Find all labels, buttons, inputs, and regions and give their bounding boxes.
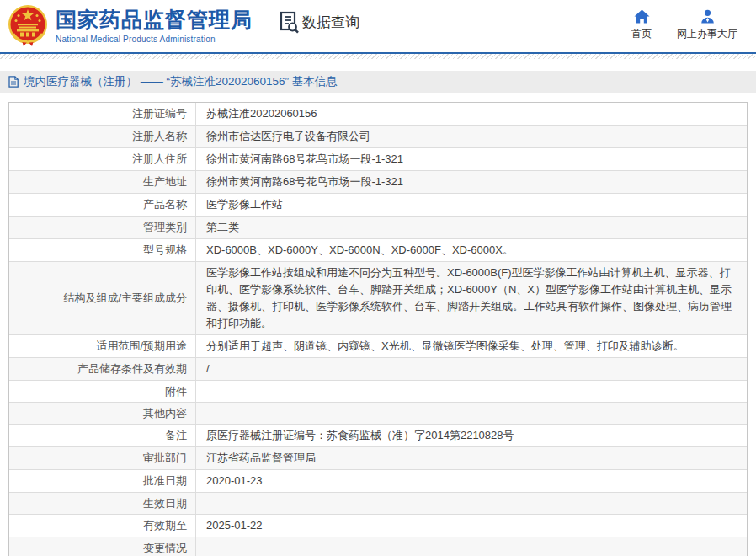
table-row: 注册人住所徐州市黄河南路68号花鸟市场一段-1-321 — [9, 147, 747, 170]
table-row: 适用范围/预期用途分别适用于超声、阴道镜、内窥镜、X光机、显微镜医学图像采集、处… — [9, 334, 747, 357]
table-row: 有效期至2025-01-22 — [9, 514, 747, 537]
row-label: 注册人名称 — [9, 126, 196, 147]
row-value — [196, 537, 747, 556]
table-row: 管理类别第二类 — [9, 216, 747, 238]
row-value — [196, 403, 747, 424]
row-value: 医学影像工作站按组成和用途不同分为五种型号。XD-6000B(F)型医学影像工作… — [196, 262, 747, 334]
row-value: 2020-01-23 — [196, 470, 747, 492]
row-label: 有效期至 — [9, 515, 196, 537]
page: 国家药品监督管理局 National Medical Products Admi… — [0, 0, 756, 556]
agency-title-block: 国家药品监督管理局 National Medical Products Admi… — [56, 8, 253, 44]
row-value — [196, 381, 747, 402]
row-label: 审批部门 — [9, 447, 196, 469]
table-row: 审批部门江苏省药品监督管理局 — [9, 446, 747, 469]
row-label: 其他内容 — [9, 403, 196, 424]
row-value: 苏械注准20202060156 — [196, 103, 747, 125]
row-value: 江苏省药品监督管理局 — [196, 447, 747, 469]
table-row: 产品储存条件及有效期/ — [9, 357, 747, 380]
row-value: 徐州市黄河南路68号花鸟市场一段-1-321 — [196, 171, 747, 193]
nav-home-label: 首页 — [631, 27, 652, 41]
row-label: 产品储存条件及有效期 — [9, 358, 196, 380]
document-search-icon — [280, 11, 300, 34]
nmpa-emblem-logo — [7, 3, 49, 51]
row-label: 型号规格 — [9, 239, 196, 261]
row-label: 产品名称 — [9, 194, 196, 216]
row-label: 批准日期 — [9, 470, 196, 492]
row-label: 变更情况 — [9, 537, 196, 556]
national-emblem-icon — [7, 3, 49, 47]
nav-hall-label: 网上办事大厅 — [677, 27, 737, 41]
table-row: 其他内容 — [9, 402, 747, 424]
row-value: 徐州市信达医疗电子设备有限公司 — [196, 126, 747, 147]
table-row: 批准日期2020-01-23 — [9, 469, 747, 492]
row-value: XD-6000B、XD-6000Y、XD-6000N、XD-6000F、XD-6… — [196, 239, 747, 261]
table-row: 生效日期 — [9, 492, 747, 514]
breadcrumb: 境内医疗器械（注册） —— “苏械注准20202060156” 基本信息 — [0, 71, 756, 93]
row-label: 注册人住所 — [9, 148, 196, 170]
registration-info-table: 注册证编号苏械注准20202060156注册人名称徐州市信达医疗电子设备有限公司… — [8, 102, 748, 556]
row-value: 第二类 — [196, 217, 747, 238]
row-label: 适用范围/预期用途 — [9, 335, 196, 357]
table-row: 备注原医疗器械注册证编号：苏食药监械（准）字2014第2210828号 — [9, 424, 747, 446]
table-row: 生产地址徐州市黄河南路68号花鸟市场一段-1-321 — [9, 170, 747, 193]
row-value: 分别适用于超声、阴道镜、内窥镜、X光机、显微镜医学图像采集、处理、管理、打印及辅… — [196, 335, 747, 357]
agency-name-en: National Medical Products Administration — [56, 35, 253, 44]
row-label: 生效日期 — [9, 493, 196, 514]
home-icon — [634, 9, 650, 24]
nav-online-service-hall[interactable]: 网上办事大厅 — [677, 9, 737, 41]
nav-home[interactable]: 首页 — [631, 9, 652, 41]
row-label: 注册证编号 — [9, 103, 196, 125]
row-label: 生产地址 — [9, 171, 196, 193]
table-row: 结构及组成/主要组成成分医学影像工作站按组成和用途不同分为五种型号。XD-600… — [9, 261, 747, 334]
site-header: 国家药品监督管理局 National Medical Products Admi… — [0, 0, 756, 54]
row-label: 结构及组成/主要组成成分 — [9, 262, 196, 334]
table-row: 注册证编号苏械注准20202060156 — [9, 103, 747, 125]
row-label: 备注 — [9, 425, 196, 446]
table-row: 产品名称医学影像工作站 — [9, 193, 747, 216]
table-row: 注册人名称徐州市信达医疗电子设备有限公司 — [9, 125, 747, 147]
table-row: 型号规格XD-6000B、XD-6000Y、XD-6000N、XD-6000F、… — [9, 238, 747, 261]
header-nav: 首页 网上办事大厅 — [631, 9, 743, 41]
header-hatch-divider — [0, 54, 756, 59]
row-value: 医学影像工作站 — [196, 194, 747, 216]
person-icon — [700, 9, 715, 24]
row-value: / — [196, 358, 747, 380]
data-query-title: 数据查询 — [280, 11, 359, 34]
row-value: 徐州市黄河南路68号花鸟市场一段-1-321 — [196, 148, 747, 170]
data-query-label: 数据查询 — [302, 13, 359, 32]
table-row: 变更情况 — [9, 537, 747, 556]
table-row: 附件 — [9, 380, 747, 402]
agency-name-cn: 国家药品监督管理局 — [56, 8, 253, 33]
row-value — [196, 493, 747, 514]
document-icon — [8, 76, 19, 88]
row-value: 原医疗器械注册证编号：苏食药监械（准）字2014第2210828号 — [196, 425, 747, 446]
row-value: 2025-01-22 — [196, 515, 747, 537]
breadcrumb-text: 境内医疗器械（注册） —— “苏械注准20202060156” 基本信息 — [24, 74, 338, 89]
row-label: 附件 — [9, 381, 196, 402]
row-label: 管理类别 — [9, 217, 196, 238]
